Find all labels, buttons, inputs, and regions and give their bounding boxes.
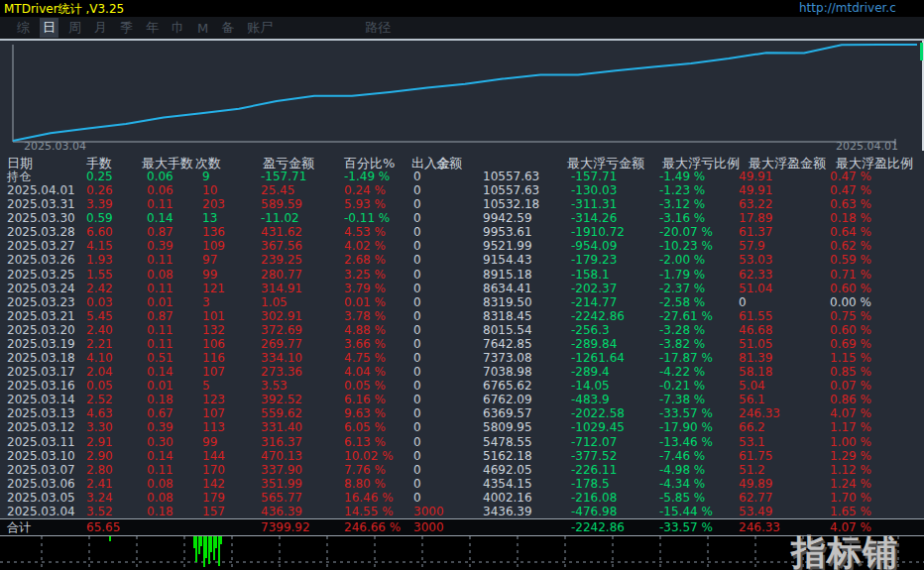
menu-item-2[interactable]: 周 (65, 18, 84, 38)
cell-inout: 0 (413, 309, 421, 323)
cell-pl: 314.91 (261, 282, 302, 295)
menu-item-5[interactable]: 年 (143, 18, 162, 38)
menu-item-0[interactable]: 综 (14, 18, 33, 38)
cell-count: 144 (202, 449, 225, 463)
cell-balance: 10557.63 (483, 183, 539, 197)
cell-maxlots: 0.11 (147, 337, 173, 351)
cell-count: 203 (202, 197, 225, 211)
table-row[interactable]: 2025.03.062.410.08142351.998.80 %04354.1… (0, 477, 924, 491)
table-row[interactable]: 2025.03.112.910.3099316.376.13 %05478.55… (0, 435, 924, 449)
cell-mflpct: -4.22 % (659, 365, 705, 379)
cell-lots: 4.15 (86, 239, 113, 253)
cell-mflpct: -7.46 % (659, 449, 705, 463)
cell-mfp: 57.9 (739, 239, 765, 253)
cell-inout: 0 (413, 170, 421, 183)
cell-balance: 9953.61 (483, 225, 532, 239)
cell-plpct: 6.13 % (344, 435, 386, 449)
volume-histogram-chart (0, 536, 924, 570)
cell-mfppct: 1.29 % (830, 449, 871, 463)
cell-mfp: 61.37 (739, 225, 772, 239)
table-row[interactable]: 2025.03.184.100.51116334.104.75 %07373.0… (0, 351, 924, 365)
table-row[interactable]: 2025.03.202.400.11132372.694.88 %08015.5… (0, 323, 924, 337)
cell-mfppct: 1.24 % (830, 477, 871, 491)
cell-maxlots: 0.11 (147, 197, 173, 211)
table-row[interactable]: 2025.03.242.420.11121314.913.79 %08634.4… (0, 282, 924, 295)
cell-balance: 8915.18 (483, 268, 532, 282)
cell-balance: 7373.08 (483, 351, 532, 365)
table-row[interactable]: 2025.03.102.900.14144470.1310.02 %05162.… (0, 449, 924, 463)
cell-date: 2025.03.11 (7, 435, 75, 449)
cell-balance: 6762.09 (483, 393, 532, 406)
cell-plpct: 4.88 % (344, 323, 386, 337)
cell-mfppct: 0.86 % (830, 393, 871, 406)
cell-inout: 0 (413, 282, 421, 295)
table-row[interactable]: 2025.03.251.550.0899280.773.25 %08915.18… (0, 268, 924, 282)
menu-item-8[interactable]: 备 (218, 18, 237, 38)
cell-mfppct: 0.47 % (830, 183, 871, 197)
cell-plpct: 2.68 % (344, 253, 386, 267)
cell-count: 101 (202, 309, 225, 323)
cell-pl: -157.71 (261, 170, 306, 183)
cell-date: 持仓 (7, 170, 31, 183)
table-row[interactable]: 2025.03.215.450.87101302.913.78 %08318.4… (0, 309, 924, 323)
cell-plpct: 6.05 % (344, 420, 386, 434)
table-row[interactable]: 2025.03.043.520.18157436.3914.55 %300034… (0, 505, 924, 518)
cell-plpct: 4.53 % (344, 225, 386, 239)
cell-plpct: 7.76 % (344, 463, 386, 477)
cell-lots: 0.26 (86, 183, 113, 197)
cell-count: 121 (202, 282, 225, 295)
table-row[interactable]: 2025.03.300.590.1413-11.02-0.11 %09942.5… (0, 211, 924, 225)
menu-item-3[interactable]: 月 (91, 18, 110, 38)
menu-item-path[interactable]: 路径 (362, 18, 394, 38)
cell-inout: 0 (413, 477, 421, 491)
cell-date: 2025.04.01 (7, 183, 75, 197)
table-row[interactable]: 2025.03.142.520.18123392.526.16 %06762.0… (0, 393, 924, 406)
cell-mfp: 49.89 (739, 477, 772, 491)
table-row[interactable]: 2025.03.286.600.87136431.624.53 %09953.6… (0, 225, 924, 239)
cell-lots: 3.52 (86, 505, 113, 518)
table-row[interactable]: 2025.03.313.390.11203589.595.93 %010532.… (0, 197, 924, 211)
menu-item-4[interactable]: 季 (117, 18, 136, 38)
cell-lots: 2.21 (86, 337, 113, 351)
table-row[interactable]: 持仓0.250.069-157.71-1.49 %010557.63-157.7… (0, 170, 924, 183)
table-row[interactable]: 2025.03.072.800.11170337.907.76 %04692.0… (0, 463, 924, 477)
cell-maxlots: 0.14 (147, 449, 173, 463)
menu-item-7[interactable]: M (194, 20, 211, 37)
table-row[interactable]: 2025.04.010.260.061025.450.24 %010557.63… (0, 183, 924, 197)
title-bar: MTDriver统计 ,V3.25 http://mtdriver.c (0, 0, 924, 17)
cell-mflpct: -5.85 % (659, 491, 705, 505)
vendor-url-link[interactable]: http://mtdriver.c (799, 1, 924, 15)
table-row[interactable]: 2025.03.172.040.14107273.364.04 %07038.9… (0, 365, 924, 379)
cell-maxlots: 0.11 (147, 463, 173, 477)
cell-count: 107 (202, 365, 225, 379)
table-row[interactable]: 2025.03.192.210.11106269.773.66 %07642.8… (0, 337, 924, 351)
cell-lots: 2.90 (86, 449, 113, 463)
menu-item-1[interactable]: 日 (40, 18, 58, 38)
menu-item-9[interactable]: 账尸 (244, 18, 276, 38)
table-row[interactable]: 2025.03.160.050.0153.530.05 %06765.62-14… (0, 379, 924, 393)
table-row[interactable]: 2025.03.123.300.39113331.406.05 %05809.9… (0, 420, 924, 434)
cell-maxlots: 0.30 (147, 435, 173, 449)
cell-mfl: -311.31 (571, 197, 617, 211)
cell-mfl: -2022.58 (571, 406, 625, 420)
cell-lots: 2.91 (86, 435, 113, 449)
cell-mfl: -483.9 (571, 393, 610, 406)
table-row[interactable]: 2025.03.230.030.0131.050.01 %08319.50-21… (0, 295, 924, 309)
total-cell-plpct: 246.66 % (344, 520, 401, 535)
table-row[interactable]: 2025.03.134.630.67107559.629.63 %06369.5… (0, 406, 924, 420)
table-row[interactable]: 2025.03.274.150.39109367.564.02 %09521.9… (0, 239, 924, 253)
cell-plpct: 0.05 % (344, 379, 386, 393)
cell-plpct: 3.78 % (344, 309, 386, 323)
cell-mfl: -954.09 (571, 239, 617, 253)
cell-plpct: 4.02 % (344, 239, 386, 253)
cell-pl: -11.02 (261, 211, 299, 225)
menu-item-6[interactable]: 巾 (169, 18, 187, 38)
cell-mfl: -289.84 (571, 337, 617, 351)
cell-maxlots: 0.08 (147, 268, 173, 282)
cell-inout: 0 (413, 420, 421, 434)
cell-lots: 3.39 (86, 197, 113, 211)
table-row[interactable]: 2025.03.261.930.1197239.252.68 %09154.43… (0, 253, 924, 267)
total-cell-mfp: 246.33 (739, 520, 780, 535)
cell-plpct: 3.79 % (344, 282, 386, 295)
table-row[interactable]: 2025.03.053.240.08179565.7716.46 %04002.… (0, 491, 924, 505)
